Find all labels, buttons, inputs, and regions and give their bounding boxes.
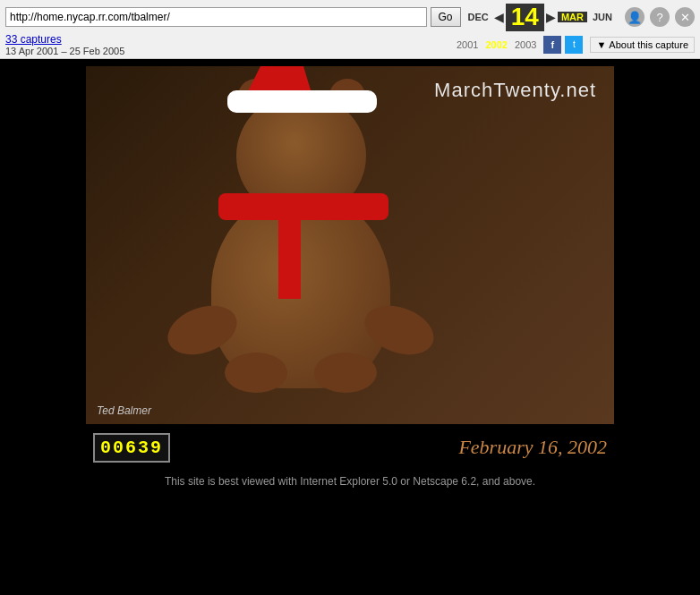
current-day: 14 — [506, 4, 544, 31]
year-nav: 2001 2002 2003 — [457, 39, 536, 50]
toolbar-row2-right: 2001 2002 2003 f t ▼ About this capture — [457, 36, 695, 54]
site-image: MarchTwenty.net Ted Balmer — [86, 66, 614, 424]
bear-leg-right — [314, 353, 377, 393]
dropdown-icon: ▼ — [596, 39, 606, 50]
close-icon-button[interactable]: ✕ — [675, 7, 695, 27]
current-year: 2002 — [485, 39, 507, 50]
twitter-button[interactable]: t — [565, 36, 583, 54]
counter-row: 00639 February 16, 2002 — [86, 429, 614, 466]
user-icon-button[interactable]: 👤 — [625, 7, 645, 27]
bear-leg-left — [225, 353, 287, 393]
prev-year[interactable]: 2001 — [457, 39, 478, 50]
toolbar-row1: Go DEC ◀ 14 ▶ MAR JUN 👤 ? ✕ — [5, 4, 695, 31]
go-button[interactable]: Go — [431, 7, 461, 27]
close-icon: ✕ — [680, 11, 690, 24]
best-viewed-text: This site is best viewed with Internet E… — [165, 475, 535, 488]
bear-scarf-hang — [278, 209, 301, 299]
url-input[interactable] — [5, 7, 427, 27]
next-arrow[interactable]: ▶ — [546, 10, 556, 24]
month-nav: DEC ◀ 14 ▶ MAR JUN — [465, 4, 616, 31]
captures-link[interactable]: 33 captures — [5, 33, 124, 46]
facebook-button[interactable]: f — [543, 36, 561, 54]
visit-counter: 00639 — [93, 433, 170, 463]
site-title: MarchTwenty.net — [434, 79, 596, 102]
user-icon: 👤 — [627, 11, 642, 24]
wayback-toolbar: Go DEC ◀ 14 ▶ MAR JUN 👤 ? ✕ 33 captures — [0, 0, 700, 59]
prev-arrow[interactable]: ◀ — [494, 10, 504, 24]
current-month-label: MAR — [558, 12, 587, 22]
site-date: February 16, 2002 — [458, 436, 607, 459]
social-icons: f t — [543, 36, 583, 54]
help-icon: ? — [656, 11, 662, 24]
best-viewed-notice: This site is best viewed with Internet E… — [165, 475, 535, 488]
toolbar-row2-left: 33 captures 13 Apr 2001 – 25 Feb 2005 — [5, 33, 124, 56]
ted-balmer-credit: Ted Balmer — [97, 404, 151, 417]
toolbar-row2: 33 captures 13 Apr 2001 – 25 Feb 2005 20… — [5, 33, 695, 56]
next-year[interactable]: 2003 — [515, 39, 536, 50]
next-month-label: JUN — [589, 12, 616, 22]
main-content: MarchTwenty.net Ted Balmer 00639 — [0, 59, 700, 488]
bear-scarf — [218, 193, 388, 220]
toolbar-icons: 👤 ? ✕ — [625, 7, 695, 27]
about-capture-button[interactable]: ▼ About this capture — [590, 37, 695, 53]
bear-scene: MarchTwenty.net Ted Balmer — [86, 66, 614, 424]
date-range: 13 Apr 2001 – 25 Feb 2005 — [5, 46, 124, 56]
prev-month-label: DEC — [465, 12, 492, 22]
help-icon-button[interactable]: ? — [650, 7, 670, 27]
santa-hat-base — [227, 90, 377, 113]
about-capture-label: About this capture — [609, 39, 688, 50]
